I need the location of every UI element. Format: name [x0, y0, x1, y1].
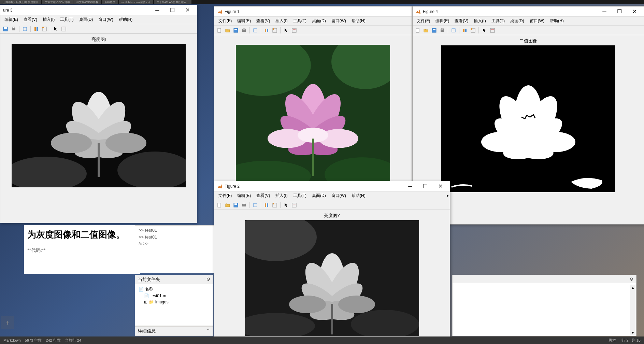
menu-desktop[interactable]: 桌面(D): [76, 15, 96, 24]
panel-menu-icon[interactable]: ⊙: [206, 276, 210, 283]
menu-tools[interactable]: 工具(T): [57, 15, 76, 24]
open-file-icon[interactable]: [224, 27, 231, 34]
minimize-button[interactable]: ─: [598, 7, 611, 16]
new-file-icon[interactable]: [216, 201, 223, 209]
colorbar-icon[interactable]: [469, 27, 477, 34]
menu-desktop[interactable]: 桌面(D): [507, 17, 527, 25]
link-icon[interactable]: [252, 27, 259, 34]
browser-tab[interactable]: 新标签页: [102, 0, 118, 4]
titlebar[interactable]: Figure 1: [214, 6, 412, 17]
folder-header[interactable]: 📄 名称: [139, 286, 210, 293]
menu-edit[interactable]: 编辑(E): [234, 191, 254, 200]
menu-insert[interactable]: 插入(I): [471, 17, 488, 25]
menu-edit[interactable]: 编辑(E): [2, 15, 21, 24]
menu-help[interactable]: 帮助(H): [116, 15, 135, 24]
menu-tools[interactable]: 工具(T): [290, 191, 309, 200]
insert-legend-icon[interactable]: [60, 25, 68, 33]
maximize-button[interactable]: ☐: [613, 7, 626, 16]
menu-desktop[interactable]: 桌面(D): [309, 17, 329, 25]
menu-desktop[interactable]: 桌面(D): [309, 191, 329, 200]
colorbar-icon[interactable]: [271, 27, 278, 34]
menu-insert[interactable]: 插入(I): [273, 17, 290, 25]
titlebar[interactable]: Figure 2 ─ ☐ ✕: [214, 181, 450, 191]
link-icon[interactable]: [450, 27, 457, 34]
new-file-icon[interactable]: [216, 27, 223, 34]
rotate-icon[interactable]: [263, 201, 270, 209]
rotate-icon[interactable]: [263, 27, 270, 34]
menu-insert[interactable]: 插入(I): [273, 191, 290, 200]
print-icon[interactable]: [240, 201, 248, 209]
menu-window[interactable]: 窗口(W): [96, 15, 116, 24]
menu-window[interactable]: 窗口(W): [329, 17, 349, 25]
colorbar-icon[interactable]: [41, 25, 48, 33]
rotate-icon[interactable]: [461, 27, 469, 34]
menu-view[interactable]: 查看(V): [452, 17, 471, 25]
browser-tab[interactable]: 关于MATLAB图像处理im...: [154, 0, 192, 4]
status-current: 当前行 24: [65, 338, 81, 343]
add-button[interactable]: ＋: [1, 316, 14, 329]
folder-tree: 📄 名称 📄 test01.m ⊞ 📁 images: [135, 284, 213, 306]
pointer-icon[interactable]: [481, 27, 488, 34]
link-icon[interactable]: [252, 201, 259, 209]
print-icon[interactable]: [439, 27, 446, 34]
print-icon[interactable]: [240, 27, 248, 34]
save-icon[interactable]: [232, 27, 240, 34]
pointer-icon[interactable]: [282, 201, 290, 209]
expand-icon[interactable]: ⊞: [144, 300, 147, 304]
pointer-icon[interactable]: [282, 27, 290, 34]
new-file-icon[interactable]: [414, 27, 421, 34]
browser-tab[interactable]: 上网导航 - 轻快上网 从这里开: [0, 0, 41, 4]
close-button[interactable]: ✕: [433, 182, 447, 191]
open-file-icon[interactable]: [422, 27, 430, 34]
scroll-up-icon[interactable]: ▴: [630, 285, 635, 290]
figure-title: 二值图像: [519, 38, 537, 44]
menu-tools[interactable]: 工具(T): [489, 17, 507, 25]
collapse-icon[interactable]: ⌃: [206, 328, 210, 334]
minimize-button[interactable]: ─: [151, 5, 164, 15]
menu-insert[interactable]: 插入(I): [40, 15, 57, 24]
menu-help[interactable]: 帮助(H): [349, 17, 368, 25]
menu-overflow-icon[interactable]: ▾: [447, 194, 448, 198]
browser-tab[interactable]: matlab imshow函数 - 译: [119, 0, 153, 4]
menu-view[interactable]: 查看(V): [254, 191, 273, 200]
open-file-icon[interactable]: [224, 201, 231, 209]
browser-tab[interactable]: 写文章-CSDN博客: [73, 0, 101, 4]
menu-file[interactable]: 文件(F): [216, 17, 234, 25]
titlebar[interactable]: ure 3 ─ ☐ ✕: [0, 5, 197, 15]
rotate-icon[interactable]: [32, 25, 40, 33]
scroll-down-icon[interactable]: ▾: [630, 330, 635, 335]
menu-view[interactable]: 查看(V): [21, 15, 40, 24]
print-icon[interactable]: [10, 25, 17, 33]
menu-file[interactable]: 文件(F): [216, 191, 234, 200]
insert-legend-icon[interactable]: [290, 201, 298, 209]
link-icon[interactable]: [21, 25, 29, 33]
panel-menu-icon[interactable]: ⊙: [630, 276, 633, 282]
menu-view[interactable]: 查看(V): [254, 17, 273, 25]
insert-legend-icon[interactable]: [489, 27, 496, 34]
maximize-button[interactable]: ☐: [166, 5, 179, 15]
save-icon[interactable]: [232, 201, 240, 209]
menu-edit[interactable]: 编辑(E): [433, 17, 452, 25]
colorbar-icon[interactable]: [271, 201, 278, 209]
save-icon[interactable]: [2, 25, 9, 33]
menu-help[interactable]: 帮助(H): [547, 17, 567, 25]
close-button[interactable]: ✕: [628, 7, 641, 16]
titlebar[interactable]: Figure 4 ─ ☐ ✕: [413, 6, 644, 17]
pointer-icon[interactable]: [52, 25, 59, 33]
menu-file[interactable]: 文件(F): [414, 17, 433, 25]
file-item[interactable]: 📄 test01.m: [139, 293, 210, 299]
menu-tools[interactable]: 工具(T): [290, 17, 309, 25]
scrollbar[interactable]: ▴ ▾: [630, 285, 635, 335]
menu-window[interactable]: 窗口(W): [329, 191, 349, 200]
insert-legend-icon[interactable]: [290, 27, 298, 34]
menu-window[interactable]: 窗口(W): [527, 17, 547, 25]
minimize-button[interactable]: ─: [403, 182, 417, 191]
folder-item[interactable]: ⊞ 📁 images: [139, 299, 210, 305]
menu-edit[interactable]: 编辑(E): [234, 17, 254, 25]
maximize-button[interactable]: ☐: [418, 182, 432, 191]
close-button[interactable]: ✕: [181, 5, 194, 15]
save-icon[interactable]: [430, 27, 438, 34]
browser-tab[interactable]: 文章管理-CSDN博客: [42, 0, 72, 4]
panel-header[interactable]: 详细信息 ⌃: [135, 327, 213, 336]
menu-help[interactable]: 帮助(H): [349, 191, 368, 200]
